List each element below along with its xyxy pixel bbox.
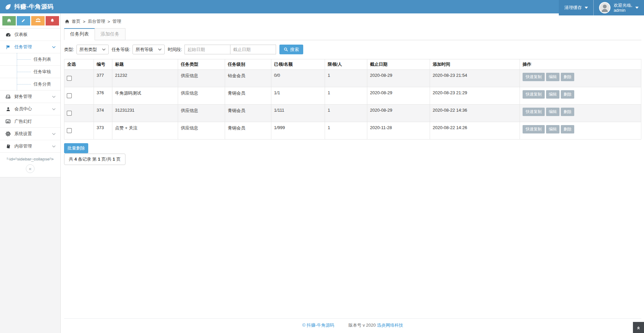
row-checkbox[interactable]: [67, 111, 72, 116]
sidebar-collapse-area: " id="sidebar_collapse"> «: [0, 153, 60, 177]
sidebar-item-content-manage[interactable]: 内容管理: [0, 140, 60, 153]
table-row: 376牛角源码测试供应信息青铜会员1/112020-08-292020-08-2…: [64, 87, 641, 105]
table-header-row: 全选编号标题任务类型任务级别已领/名额限领/人截止日期添加时间操作: [64, 59, 641, 70]
breadcrumb: 首页 > 后台管理 > 管理: [65, 18, 641, 24]
pencil-quick-button[interactable]: [17, 16, 30, 25]
breadcrumb-separator: >: [83, 19, 86, 24]
users-icon: [35, 17, 41, 24]
sidebar-item-finance[interactable]: 财务管理: [0, 91, 60, 103]
user-menu[interactable]: 欢迎光临, admin: [594, 0, 644, 15]
bell-icon: [50, 18, 55, 24]
footer-version: 版本号 v 2020: [348, 323, 376, 328]
delete-button[interactable]: 删除: [561, 73, 574, 81]
cell-id: 374: [94, 105, 112, 122]
cell-limit: 1: [325, 122, 367, 140]
row-actions-cell: 快速复制编辑删除: [520, 87, 641, 105]
row-checkbox[interactable]: [67, 128, 72, 133]
cell-limit: 1: [325, 70, 367, 87]
sidebar-item-ad-slides[interactable]: 广告幻灯: [0, 115, 60, 128]
table-row: 37431231231供应信息青铜会员1/11112020-08-292020-…: [64, 105, 641, 122]
start-date-input[interactable]: [184, 45, 230, 54]
sidebar-item-system-settings[interactable]: 系统设置: [0, 128, 60, 140]
sidebar-item-dashboard[interactable]: 仪表板: [0, 29, 60, 41]
edit-button[interactable]: 编辑: [546, 90, 559, 99]
sidebar-collapse-button[interactable]: «: [26, 164, 35, 173]
level-select[interactable]: 所有等级: [132, 45, 165, 54]
sidebar-item-member-center[interactable]: 会员中心: [0, 103, 60, 115]
checkbox-cell: [64, 87, 94, 105]
image-icon: [5, 119, 11, 124]
checkbox-cell: [64, 105, 94, 122]
breadcrumb-backend[interactable]: 后台管理: [88, 18, 105, 24]
row-checkbox[interactable]: [67, 93, 72, 98]
home-quick-button[interactable]: [2, 16, 16, 25]
cell-type: 供应信息: [178, 70, 225, 87]
sidebar: 仪表板任务管理任务列表任务审核任务分类财务管理会员中心广告幻灯系统设置内容管理 …: [0, 13, 61, 333]
end-date-input[interactable]: [230, 45, 276, 54]
delete-button[interactable]: 删除: [561, 108, 574, 116]
sidebar-item-task-audit[interactable]: 任务审核: [0, 66, 60, 78]
sidebar-item-task-category[interactable]: 任务分类: [0, 78, 60, 91]
edit-button[interactable]: 编辑: [546, 108, 559, 116]
row-checkbox[interactable]: [67, 76, 72, 81]
footer-company-link[interactable]: 迅炎网络科技: [377, 323, 403, 328]
gear-icon: [5, 131, 11, 136]
cell-deadline: 2020-11-28: [367, 122, 430, 140]
quick-copy-button[interactable]: 快速复制: [523, 90, 545, 99]
type-select[interactable]: 所有类型: [76, 45, 109, 54]
pagination-number: 4: [74, 157, 77, 162]
breadcrumb-home[interactable]: 首页: [72, 18, 80, 24]
edit-button[interactable]: 编辑: [546, 73, 559, 81]
table-row: 37721232供应信息铂金会员0/012020-08-292020-08-23…: [64, 70, 641, 87]
time-range-label: 时间段:: [168, 47, 182, 53]
clear-cache-dropdown[interactable]: 清理缓存: [559, 0, 593, 15]
sidebar-item-label: 广告幻灯: [14, 118, 32, 124]
top-header: 抖赚-牛角源码 清理缓存 欢迎光临, admin: [0, 0, 644, 13]
sidebar-item-task-list[interactable]: 任务列表: [0, 53, 60, 66]
cell-claimed: 1/111: [271, 105, 325, 122]
brand-title: 抖赚-牛角源码: [14, 3, 54, 11]
quick-copy-button[interactable]: 快速复制: [523, 73, 545, 81]
tab-add-task[interactable]: 添加任务: [95, 28, 125, 40]
delete-button[interactable]: 删除: [561, 125, 574, 133]
task-table: 全选编号标题任务类型任务级别已领/名额限领/人截止日期添加时间操作 377212…: [64, 59, 641, 140]
users-quick-button[interactable]: [31, 16, 45, 25]
sidebar-item-label: 任务分类: [34, 81, 51, 87]
sidebar-item-label: 任务审核: [34, 69, 51, 75]
book-icon: [5, 144, 11, 149]
chevron-down-icon: [52, 145, 56, 148]
column-header: 任务级别: [225, 59, 271, 70]
sidebar-item-task-manage[interactable]: 任务管理: [0, 41, 60, 53]
sidebar-item-label: 会员中心: [14, 106, 32, 112]
cell-id: 377: [94, 70, 112, 87]
delete-button[interactable]: 删除: [561, 90, 574, 99]
username: admin: [613, 8, 632, 13]
chevron-down-icon: [52, 133, 56, 135]
footer-brand-link[interactable]: © 抖赚-牛角源码: [302, 322, 334, 328]
cell-added: 2020-08-22 14:26: [430, 122, 520, 140]
search-button[interactable]: 搜索: [279, 45, 303, 54]
pagination-number: 1: [98, 157, 100, 162]
bell-quick-button[interactable]: [46, 16, 59, 25]
table-body: 37721232供应信息铂金会员0/012020-08-292020-08-23…: [64, 70, 641, 140]
bulk-delete-button[interactable]: 批量删除: [64, 143, 88, 153]
pagination-text: 条记录 第: [77, 157, 98, 162]
level-filter-label: 任务等级:: [112, 47, 130, 53]
column-header: 标题: [112, 59, 178, 70]
footer: © 抖赚-牛角源码 版本号 v 2020 迅炎网络科技: [64, 318, 641, 333]
row-actions-cell: 快速复制编辑删除: [520, 105, 641, 122]
back-to-top-button[interactable]: [633, 322, 644, 333]
pagination-text: 共: [69, 157, 74, 162]
cell-title: 点赞 + 关注: [112, 122, 178, 140]
chevron-down-icon: [158, 48, 162, 51]
leaf-icon: [5, 4, 11, 10]
tab-task-list[interactable]: 任务列表: [64, 28, 95, 40]
sidebar-collapse-artifact-text: " id="sidebar_collapse">: [0, 157, 60, 162]
quick-copy-button[interactable]: 快速复制: [523, 125, 545, 133]
quick-copy-button[interactable]: 快速复制: [523, 108, 545, 116]
edit-button[interactable]: 编辑: [546, 125, 559, 133]
sidebar-item-label: 系统设置: [14, 131, 32, 137]
cell-limit: 1: [325, 87, 367, 105]
app-root: 抖赚-牛角源码 清理缓存 欢迎光临, admin 仪表板任务管理任务列表任务审核…: [0, 0, 644, 333]
chevron-down-icon: [52, 108, 56, 110]
